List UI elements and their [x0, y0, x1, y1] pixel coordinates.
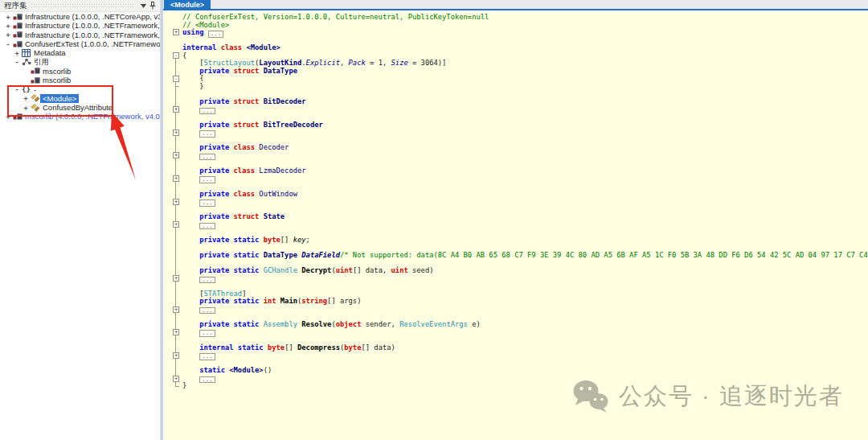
panel-menu-button[interactable]: [138, 1, 148, 10]
collapsed-region-box[interactable]: ...: [199, 154, 215, 161]
code-line: private static GCHandle Decrypt(uint[] d…: [182, 267, 868, 275]
code-line: internal class <Module>: [182, 44, 868, 52]
namespace-icon: {}: [21, 85, 31, 94]
chevron-down-icon: [141, 4, 146, 8]
code-line: static <Module>(): [182, 367, 868, 375]
tree-item-confusedbyattribute[interactable]: +ConfusedByAttribute: [0, 103, 160, 112]
tree-item-mscorlib[interactable]: mscorlib: [0, 76, 160, 84]
tree-item-infrastructure-1-0-0-0-netcoreapp-v3-1-[interactable]: +Infrastructure (1.0.0.0, .NETCoreApp, v…: [0, 12, 160, 21]
class-icon: [30, 103, 40, 112]
fold-expand-marker[interactable]: +: [173, 306, 179, 313]
collapsed-region-box[interactable]: ...: [199, 223, 215, 230]
references-icon: [21, 58, 31, 67]
code-line: [182, 360, 868, 368]
collapsed-region-box[interactable]: ...: [199, 199, 215, 207]
tree-expander[interactable]: +: [4, 13, 12, 21]
code-line: {: [182, 75, 868, 83]
tree-item-label: mscorlib: [40, 76, 73, 84]
collapsed-region-box[interactable]: ...: [199, 277, 215, 284]
fold-expand-marker[interactable]: +: [173, 199, 179, 205]
tab-module[interactable]: <Module>: [164, 0, 211, 10]
tree-item-mscorlib[interactable]: mscorlib: [0, 67, 160, 76]
collapsed-region-box[interactable]: ...: [199, 376, 215, 384]
tree-item-infrastructure-1-0-0-0-netframework-v4-7-2-[interactable]: +Infrastructure (1.0.0.0, .NETFramework,…: [0, 31, 160, 39]
tree-item-infrastructure-1-0-0-0-netframework-v4-7-2-[interactable]: +Infrastructure (1.0.0.0, .NETFramework,…: [0, 21, 160, 30]
tree-item-metadata[interactable]: +Metadata: [0, 48, 160, 57]
code-editor[interactable]: ++++++++++++-- // ConfuserExTest, Versio…: [163, 12, 868, 440]
tree-item-label: Infrastructure (1.0.0.0, .NETCoreApp, v3…: [23, 12, 160, 21]
collapsed-region-box[interactable]: ...: [199, 307, 215, 315]
decompiler-window: 程序集 +Infrastructure (1.0.0.0, .NETCoreAp…: [0, 0, 868, 440]
code-line: private static int Main(string[] args): [182, 298, 868, 306]
tree-expander[interactable]: +: [4, 113, 12, 121]
tree-expander[interactable]: +: [4, 31, 12, 39]
code-line: ...: [182, 375, 868, 383]
tree-item--[interactable]: -{}-: [0, 84, 160, 93]
code-line: ...: [182, 328, 868, 336]
code-lines: // ConfuserExTest, Version=1.0.0.0, Cult…: [182, 14, 868, 390]
fold-collapse-marker[interactable]: -: [173, 52, 179, 59]
fold-expand-marker[interactable]: +: [173, 376, 179, 382]
tree-expander[interactable]: +: [22, 104, 30, 112]
assembly-icon: [12, 12, 23, 21]
code-line: [182, 282, 868, 290]
code-line: // <Module>: [182, 22, 868, 30]
tree-item-label: -: [31, 85, 39, 94]
code-panel: <Module> ++++++++++++-- // ConfuserExTes…: [163, 0, 868, 440]
tree-expander[interactable]: -: [13, 58, 21, 66]
code-line: }: [182, 83, 868, 91]
code-line: }: [182, 382, 868, 390]
collapsed-region-box[interactable]: ...: [199, 108, 215, 115]
fold-expand-marker[interactable]: +: [173, 352, 179, 359]
tree-expander[interactable]: +: [4, 22, 12, 30]
assembly-tree: +Infrastructure (1.0.0.0, .NETCoreApp, v…: [0, 12, 160, 440]
code-line: ...: [182, 106, 868, 114]
assembly-icon: [12, 112, 23, 121]
code-line: [182, 37, 868, 45]
tree-expander[interactable]: -: [13, 85, 21, 93]
collapsed-region-box[interactable]: ...: [199, 130, 215, 138]
tree-item-label: Infrastructure (1.0.0.0, .NETFramework, …: [23, 31, 160, 39]
code-line: // ConfuserExTest, Version=1.0.0.0, Cult…: [182, 14, 868, 22]
fold-expand-marker[interactable]: +: [173, 152, 179, 158]
fold-expand-marker[interactable]: +: [173, 221, 179, 228]
code-line: ...: [182, 275, 868, 283]
code-line: ...: [182, 352, 868, 360]
code-line: private static byte[] key;: [182, 236, 868, 245]
code-line: private struct State: [182, 213, 868, 221]
fold-expand-marker[interactable]: +: [173, 175, 179, 182]
collapsed-region-box[interactable]: ...: [199, 176, 215, 183]
pin-button[interactable]: [148, 1, 158, 10]
fold-collapse-marker[interactable]: -: [173, 76, 179, 82]
document-tab-strip: <Module>: [163, 0, 868, 10]
tree-item-label: ConfuserExTest (1.0.0.0, .NETFramework, …: [23, 39, 160, 48]
fold-expand-marker[interactable]: +: [173, 275, 179, 282]
fold-expand-marker[interactable]: +: [173, 329, 179, 335]
fold-expand-marker[interactable]: +: [173, 106, 179, 113]
tree-expander[interactable]: +: [22, 94, 30, 102]
tree-item--[interactable]: -引用: [0, 57, 160, 66]
code-line: ...: [182, 221, 868, 229]
collapsed-region-box[interactable]: ...: [208, 31, 224, 38]
panel-header: 程序集: [0, 0, 160, 12]
tree-item--module-[interactable]: +<Module>: [0, 94, 160, 103]
code-line: ...: [182, 129, 868, 137]
code-line: private struct BitTreeDecoder: [182, 121, 868, 130]
fold-expand-marker[interactable]: +: [173, 130, 179, 136]
tree-expander[interactable]: +: [13, 49, 21, 57]
pin-icon: [149, 2, 156, 10]
code-line: private struct DataType: [182, 68, 868, 76]
metadata-icon: [21, 48, 31, 57]
tree-expander[interactable]: -: [4, 40, 12, 48]
fold-expand-marker[interactable]: +: [173, 29, 179, 35]
code-line: ...: [182, 198, 868, 206]
code-line: private class LzmaDecoder: [182, 167, 868, 175]
tree-item-label: 引用: [31, 57, 51, 68]
code-line: private struct BitDecoder: [182, 98, 868, 106]
collapsed-region-box[interactable]: ...: [199, 353, 215, 360]
tree-item-mscorlib-4-0-0-0-netframework-v4-0-[interactable]: +mscorlib (4.0.0.0, .NETFramework, v4.0): [0, 112, 160, 121]
collapsed-region-box[interactable]: ...: [199, 330, 215, 337]
code-line: private class OutWindow: [182, 191, 868, 199]
fold-gutter: ++++++++++++--: [163, 12, 182, 440]
tree-item-confuserextest-1-0-0-0-netframework-v4-7-2[interactable]: -ConfuserExTest (1.0.0.0, .NETFramework,…: [0, 39, 160, 48]
